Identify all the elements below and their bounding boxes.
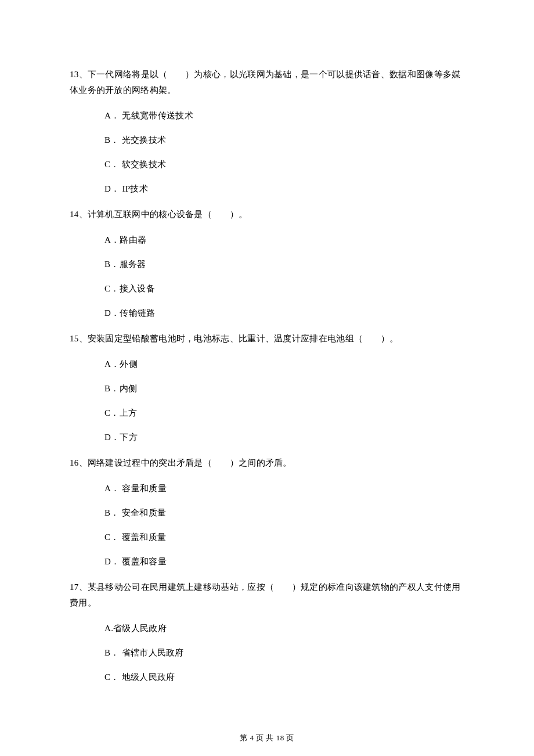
option-a: A．路由器	[104, 233, 464, 246]
question-16: 16、网络建设过程中的突出矛盾是（ ）之间的矛盾。 A． 容量和质量 B． 安全…	[70, 455, 464, 568]
option-c: C． 软交换技术	[104, 158, 464, 171]
question-text: 16、网络建设过程中的突出矛盾是（ ）之间的矛盾。	[70, 455, 464, 471]
options-group: A．外侧 B．内侧 C．上方 D．下方	[70, 358, 464, 444]
options-group: A． 容量和质量 B． 安全和质量 C． 覆盖和质量 D． 覆盖和容量	[70, 482, 464, 568]
option-a: A． 无线宽带传送技术	[104, 109, 464, 122]
option-d: D． IP技术	[104, 182, 464, 195]
option-b: B．服务器	[104, 258, 464, 271]
page-footer: 第 4 页 共 18 页	[0, 733, 534, 743]
option-c: C． 覆盖和质量	[104, 531, 464, 543]
options-group: A． 无线宽带传送技术 B． 光交换技术 C． 软交换技术 D． IP技术	[70, 109, 464, 195]
options-group: A．路由器 B．服务器 C．接入设备 D．传输链路	[70, 233, 464, 319]
option-b: B． 安全和质量	[104, 506, 464, 519]
option-d: D．下方	[104, 431, 464, 444]
option-b: B． 省辖市人民政府	[104, 646, 464, 659]
question-15: 15、安装固定型铅酸蓄电池时，电池标志、比重计、温度计应排在电池组（ ）。 A．…	[70, 331, 464, 444]
question-text: 13、下一代网络将是以（ ）为核心，以光联网为基础，是一个可以提供话音、数据和图…	[70, 67, 464, 98]
question-text: 17、某县移动公司在民用建筑上建移动基站，应按（ ）规定的标准向该建筑物的产权人…	[70, 579, 464, 611]
question-17: 17、某县移动公司在民用建筑上建移动基站，应按（ ）规定的标准向该建筑物的产权人…	[70, 579, 464, 683]
question-13: 13、下一代网络将是以（ ）为核心，以光联网为基础，是一个可以提供话音、数据和图…	[70, 67, 464, 195]
option-a: A．外侧	[104, 358, 464, 370]
option-b: B． 光交换技术	[104, 134, 464, 146]
option-d: D．传输链路	[104, 307, 464, 319]
option-c: C． 地级人民政府	[104, 671, 464, 683]
options-group: A.省级人民政府 B． 省辖市人民政府 C． 地级人民政府	[70, 622, 464, 683]
page-content: 13、下一代网络将是以（ ）为核心，以光联网为基础，是一个可以提供话音、数据和图…	[0, 0, 534, 683]
option-a: A.省级人民政府	[104, 622, 464, 635]
option-a: A． 容量和质量	[104, 482, 464, 495]
option-c: C．上方	[104, 406, 464, 419]
option-c: C．接入设备	[104, 282, 464, 295]
question-14: 14、计算机互联网中的核心设备是（ ）。 A．路由器 B．服务器 C．接入设备 …	[70, 207, 464, 319]
question-text: 14、计算机互联网中的核心设备是（ ）。	[70, 207, 464, 222]
option-d: D． 覆盖和容量	[104, 555, 464, 568]
option-b: B．内侧	[104, 382, 464, 395]
question-text: 15、安装固定型铅酸蓄电池时，电池标志、比重计、温度计应排在电池组（ ）。	[70, 331, 464, 347]
